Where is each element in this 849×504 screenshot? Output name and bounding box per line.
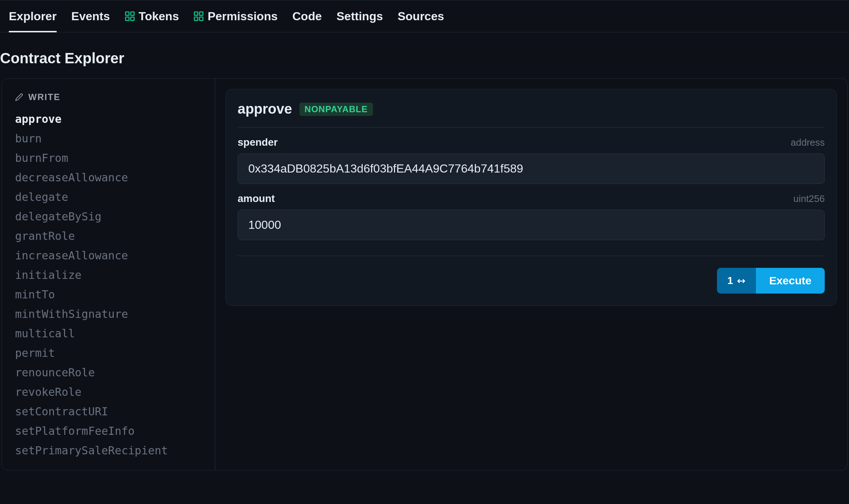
param-type: address [791, 137, 825, 148]
func-initialize[interactable]: initialize [15, 269, 202, 281]
tab-tokens[interactable]: Tokens [125, 0, 179, 32]
extension-icon [125, 11, 135, 21]
main-panel: WRITE approve burn burnFrom decreaseAllo… [1, 78, 848, 471]
func-permit[interactable]: permit [15, 347, 202, 359]
func-decreaseAllowance[interactable]: decreaseAllowance [15, 171, 202, 184]
pencil-icon [15, 93, 23, 101]
execute-button[interactable]: Execute [756, 268, 825, 294]
func-burn[interactable]: burn [15, 132, 202, 145]
function-list: approve burn burnFrom decreaseAllowance … [15, 113, 202, 457]
func-approve[interactable]: approve [15, 113, 202, 125]
spender-input[interactable] [238, 153, 825, 184]
tab-events[interactable]: Events [71, 0, 110, 32]
tab-label: Explorer [9, 10, 57, 23]
func-grantRole[interactable]: grantRole [15, 230, 202, 242]
button-group: 1 Execute [717, 268, 825, 294]
svg-rect-4 [195, 12, 198, 15]
param-type: uint256 [793, 193, 825, 205]
param-amount: amount uint256 [238, 193, 825, 240]
tab-code[interactable]: Code [292, 0, 322, 32]
action-row: 1 Execute [238, 256, 825, 294]
swap-icon [737, 276, 746, 285]
function-name: approve [238, 101, 292, 117]
tab-label: Code [292, 10, 322, 23]
svg-rect-3 [131, 17, 134, 20]
func-renounceRole[interactable]: renounceRole [15, 366, 202, 379]
func-delegateBySig[interactable]: delegateBySig [15, 210, 202, 223]
tab-settings[interactable]: Settings [337, 0, 383, 32]
svg-rect-7 [200, 17, 203, 20]
func-mintTo[interactable]: mintTo [15, 288, 202, 301]
param-label: amount [238, 193, 275, 205]
extension-icon [193, 11, 204, 21]
sidebar-header: WRITE [15, 92, 202, 102]
tab-label: Settings [337, 10, 383, 23]
tx-count-label: 1 [727, 275, 733, 287]
tab-label: Tokens [139, 10, 179, 23]
func-delegate[interactable]: delegate [15, 191, 202, 203]
svg-rect-6 [195, 17, 198, 20]
sidebar: WRITE approve burn burnFrom decreaseAllo… [2, 79, 215, 470]
tab-label: Sources [398, 10, 444, 23]
func-mintWithSignature[interactable]: mintWithSignature [15, 308, 202, 320]
svg-rect-1 [131, 12, 134, 15]
param-spender: spender address [238, 136, 825, 184]
tab-explorer[interactable]: Explorer [9, 0, 57, 32]
func-setPrimarySaleRecipient[interactable]: setPrimarySaleRecipient [15, 444, 202, 457]
nav-tabs: Explorer Events Tokens Permissions Code [0, 0, 849, 32]
mutability-badge: NONPAYABLE [299, 103, 373, 116]
param-header: spender address [238, 136, 825, 148]
tx-count-button[interactable]: 1 [717, 268, 756, 294]
function-card: approve NONPAYABLE spender address amoun… [225, 89, 837, 306]
func-revokeRole[interactable]: revokeRole [15, 386, 202, 398]
func-setContractURI[interactable]: setContractURI [15, 405, 202, 418]
function-header: approve NONPAYABLE [238, 101, 825, 128]
param-label: spender [238, 136, 278, 148]
svg-rect-2 [125, 17, 129, 20]
page-title: Contract Explorer [0, 32, 849, 78]
amount-input[interactable] [238, 210, 825, 240]
svg-rect-0 [125, 12, 129, 15]
func-increaseAllowance[interactable]: increaseAllowance [15, 249, 202, 262]
func-multicall[interactable]: multicall [15, 327, 202, 340]
tab-sources[interactable]: Sources [398, 0, 444, 32]
tab-permissions[interactable]: Permissions [193, 0, 277, 32]
func-burnFrom[interactable]: burnFrom [15, 152, 202, 164]
sidebar-section-label: WRITE [28, 92, 60, 102]
svg-rect-5 [200, 12, 203, 15]
tab-label: Events [71, 10, 110, 23]
content: approve NONPAYABLE spender address amoun… [215, 79, 847, 470]
func-setPlatformFeeInfo[interactable]: setPlatformFeeInfo [15, 425, 202, 437]
tab-label: Permissions [207, 10, 277, 23]
param-header: amount uint256 [238, 193, 825, 205]
